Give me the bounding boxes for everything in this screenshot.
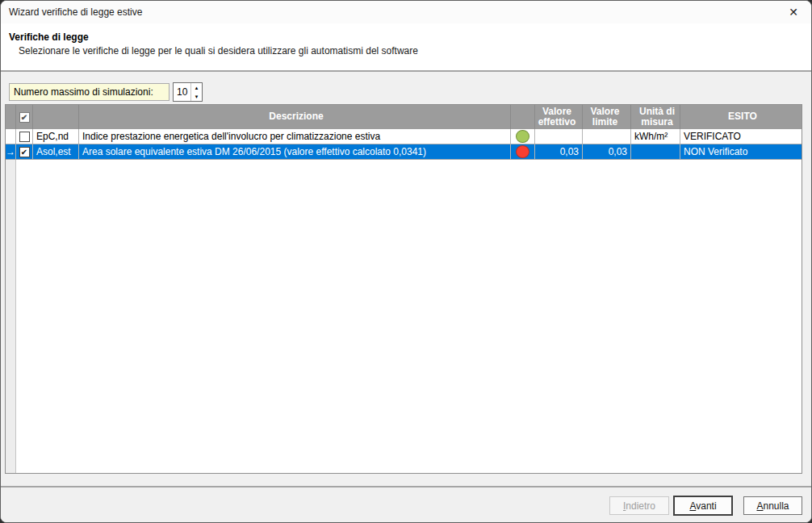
back-button: Indietro — [609, 496, 669, 515]
next-button[interactable]: Avanti — [673, 496, 733, 516]
table-header-row: ✔ Descrizione Valore effettivo Valore li… — [6, 105, 802, 129]
wizard-dialog: Wizard verifiche di legge estive ✕ Verif… — [0, 0, 812, 523]
header-status-cell[interactable] — [511, 105, 535, 129]
window-title: Wizard verifiche di legge estive — [9, 6, 142, 18]
status-green-icon — [516, 130, 529, 143]
table-row[interactable]: EpC,nd Indice prestazione energetica del… — [6, 129, 802, 144]
row-description[interactable]: Indice prestazione energetica dell'invol… — [79, 129, 511, 144]
row-result[interactable]: VERIFICATO — [680, 129, 802, 144]
table-empty-body — [16, 160, 802, 473]
table-row[interactable]: → ✔ Asol,est Area solare equivalente est… — [6, 144, 802, 160]
table-empty-area — [6, 160, 802, 473]
row-description[interactable]: Area solare equivalente estiva DM 26/06/… — [79, 144, 511, 159]
back-button-label: ndietro — [626, 500, 655, 512]
header-description[interactable]: Descrizione — [79, 105, 511, 129]
row-value-actual[interactable]: 0,03 — [535, 144, 583, 159]
status-red-icon — [516, 145, 529, 158]
title-bar: Wizard verifiche di legge estive ✕ — [1, 1, 811, 23]
spin-down-icon[interactable]: ▼ — [191, 92, 202, 101]
header-unit[interactable]: Unità di misura — [631, 105, 680, 129]
row-name[interactable]: EpC,nd — [33, 129, 79, 144]
row-checkbox[interactable]: ✔ — [16, 144, 33, 159]
row-unit[interactable]: kWh/m² — [631, 129, 680, 144]
header-value-limit[interactable]: Valore limite — [583, 105, 631, 129]
page-title: Verifiche di legge — [9, 31, 89, 43]
spin-up-icon[interactable]: ▲ — [191, 83, 202, 92]
row-indicator-strip — [6, 160, 16, 473]
select-all-checkbox[interactable]: ✔ — [16, 105, 33, 129]
row-name[interactable]: Asol,est — [33, 144, 79, 159]
header-value-actual[interactable]: Valore effettivo — [535, 105, 583, 129]
wizard-button-bar: Indietro Avanti Annulla — [1, 486, 811, 523]
row-value-limit[interactable]: 0,03 — [583, 144, 631, 159]
max-simulations-label: Numero massimo di simulazioni: — [9, 83, 170, 101]
page-subtitle: Selezionare le verifiche di legge per le… — [19, 45, 418, 56]
max-simulations-stepper[interactable]: 10 ▲ ▼ — [173, 82, 203, 102]
stepper-arrows: ▲ ▼ — [190, 83, 202, 101]
select-all-checkbox-box[interactable]: ✔ — [19, 112, 30, 123]
cancel-button-label: nnulla — [763, 500, 789, 512]
header-result[interactable]: ESITO — [680, 105, 802, 129]
current-row-arrow-icon: → — [6, 144, 16, 159]
close-icon[interactable]: ✕ — [781, 3, 806, 21]
max-simulations-value[interactable]: 10 — [174, 83, 190, 101]
row-value-actual[interactable] — [535, 129, 583, 144]
row-checkbox-box[interactable] — [19, 132, 30, 142]
header-name-cell[interactable] — [33, 105, 79, 129]
cancel-button[interactable]: Annulla — [743, 496, 802, 515]
row-checkbox-box[interactable]: ✔ — [19, 147, 30, 157]
row-unit[interactable] — [631, 144, 680, 159]
row-result[interactable]: NON Verificato — [680, 144, 802, 159]
row-status-cell — [511, 144, 535, 159]
header-row-indicator-cell — [6, 105, 16, 129]
row-checkbox[interactable] — [16, 129, 33, 144]
next-button-label: vanti — [696, 500, 716, 512]
wizard-header: Verifiche di legge Selezionare le verifi… — [1, 23, 811, 72]
row-indicator — [6, 129, 16, 144]
row-status-cell — [511, 129, 535, 144]
row-value-limit[interactable] — [583, 129, 631, 144]
verifications-table: ✔ Descrizione Valore effettivo Valore li… — [5, 104, 802, 474]
